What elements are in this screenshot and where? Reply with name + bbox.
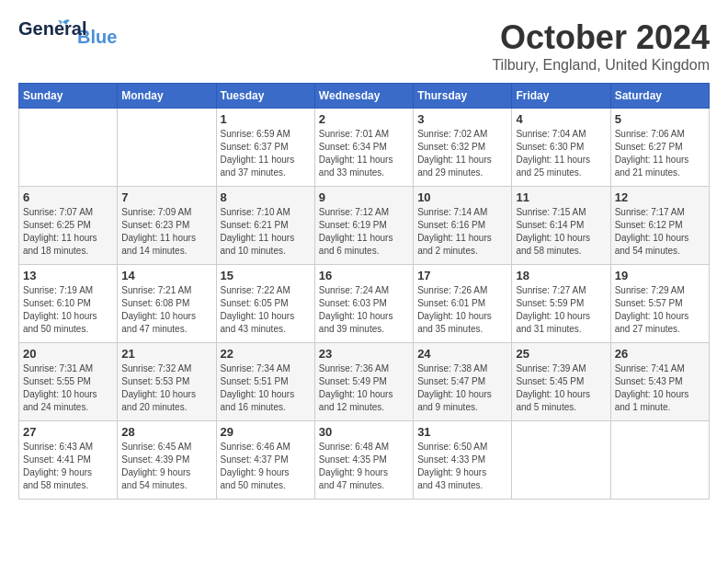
day-number: 26 [615, 347, 705, 361]
cell-info-text: Sunrise: 7:09 AM Sunset: 6:23 PM Dayligh… [121, 206, 211, 258]
weekday-header-tuesday: Tuesday [216, 84, 314, 109]
calendar-cell [118, 109, 216, 187]
cell-info-text: Sunrise: 7:29 AM Sunset: 5:57 PM Dayligh… [615, 284, 705, 336]
calendar-cell: 7Sunrise: 7:09 AM Sunset: 6:23 PM Daylig… [118, 187, 216, 265]
cell-info-text: Sunrise: 7:10 AM Sunset: 6:21 PM Dayligh… [221, 206, 311, 258]
cell-info-text: Sunrise: 7:04 AM Sunset: 6:30 PM Dayligh… [516, 128, 606, 179]
day-number: 16 [319, 269, 409, 282]
cell-info-text: Sunrise: 7:21 AM Sunset: 6:08 PM Dayligh… [121, 284, 211, 336]
cell-info-text: Sunrise: 6:43 AM Sunset: 4:41 PM Dayligh… [23, 441, 113, 492]
logo-bird-icon [53, 17, 72, 35]
calendar-cell: 6Sunrise: 7:07 AM Sunset: 6:25 PM Daylig… [19, 187, 118, 265]
calendar-cell: 14Sunrise: 7:21 AM Sunset: 6:08 PM Dayli… [118, 265, 216, 343]
cell-info-text: Sunrise: 6:48 AM Sunset: 4:35 PM Dayligh… [319, 441, 409, 492]
month-year-title: October 2024 [492, 18, 710, 57]
location-subtitle: Tilbury, England, United Kingdom [492, 57, 710, 74]
calendar-cell: 19Sunrise: 7:29 AM Sunset: 5:57 PM Dayli… [610, 265, 709, 343]
cell-info-text: Sunrise: 6:50 AM Sunset: 4:33 PM Dayligh… [417, 441, 507, 492]
cell-info-text: Sunrise: 7:06 AM Sunset: 6:27 PM Dayligh… [615, 128, 705, 179]
weekday-header-wednesday: Wednesday [314, 84, 413, 109]
calendar-cell: 18Sunrise: 7:27 AM Sunset: 5:59 PM Dayli… [512, 265, 610, 343]
calendar-cell: 20Sunrise: 7:31 AM Sunset: 5:55 PM Dayli… [19, 343, 118, 421]
day-number: 17 [417, 269, 507, 282]
cell-info-text: Sunrise: 6:46 AM Sunset: 4:37 PM Dayligh… [221, 441, 311, 492]
day-number: 1 [221, 112, 311, 126]
day-number: 28 [121, 425, 211, 439]
weekday-header-saturday: Saturday [610, 84, 709, 109]
day-number: 9 [319, 190, 409, 204]
logo: General Blue [18, 18, 117, 55]
cell-info-text: Sunrise: 7:41 AM Sunset: 5:43 PM Dayligh… [615, 362, 705, 414]
calendar-week-row: 6Sunrise: 7:07 AM Sunset: 6:25 PM Daylig… [19, 187, 710, 265]
day-number: 24 [417, 347, 507, 361]
cell-info-text: Sunrise: 7:12 AM Sunset: 6:19 PM Dayligh… [319, 206, 409, 258]
calendar-cell: 5Sunrise: 7:06 AM Sunset: 6:27 PM Daylig… [610, 109, 709, 187]
title-block: October 2024 Tilbury, England, United Ki… [492, 18, 710, 74]
cell-info-text: Sunrise: 7:36 AM Sunset: 5:49 PM Dayligh… [319, 362, 409, 414]
day-number: 15 [221, 269, 311, 282]
cell-info-text: Sunrise: 6:59 AM Sunset: 6:37 PM Dayligh… [221, 128, 311, 179]
day-number: 20 [23, 347, 113, 361]
page-header: General Blue October 2024 Tilbury, Engla… [18, 18, 710, 74]
day-number: 19 [615, 269, 705, 282]
weekday-header-sunday: Sunday [19, 84, 118, 109]
cell-info-text: Sunrise: 7:26 AM Sunset: 6:01 PM Dayligh… [417, 284, 507, 336]
cell-info-text: Sunrise: 7:31 AM Sunset: 5:55 PM Dayligh… [23, 362, 113, 414]
calendar-cell: 1Sunrise: 6:59 AM Sunset: 6:37 PM Daylig… [216, 109, 314, 187]
cell-info-text: Sunrise: 7:38 AM Sunset: 5:47 PM Dayligh… [417, 362, 507, 414]
day-number: 11 [516, 190, 606, 204]
calendar-week-row: 20Sunrise: 7:31 AM Sunset: 5:55 PM Dayli… [19, 343, 710, 421]
day-number: 8 [221, 190, 311, 204]
day-number: 29 [221, 425, 311, 439]
calendar-cell: 22Sunrise: 7:34 AM Sunset: 5:51 PM Dayli… [216, 343, 314, 421]
calendar-cell: 4Sunrise: 7:04 AM Sunset: 6:30 PM Daylig… [512, 109, 610, 187]
calendar-cell: 25Sunrise: 7:39 AM Sunset: 5:45 PM Dayli… [512, 343, 610, 421]
cell-info-text: Sunrise: 7:14 AM Sunset: 6:16 PM Dayligh… [417, 206, 507, 258]
calendar-cell: 28Sunrise: 6:45 AM Sunset: 4:39 PM Dayli… [118, 421, 216, 500]
calendar-cell [610, 421, 709, 500]
calendar-cell: 12Sunrise: 7:17 AM Sunset: 6:12 PM Dayli… [610, 187, 709, 265]
day-number: 23 [319, 347, 409, 361]
day-number: 14 [121, 269, 211, 282]
calendar-cell: 24Sunrise: 7:38 AM Sunset: 5:47 PM Dayli… [414, 343, 512, 421]
calendar-cell [512, 421, 610, 500]
calendar-cell [19, 109, 118, 187]
cell-info-text: Sunrise: 7:17 AM Sunset: 6:12 PM Dayligh… [615, 206, 705, 258]
cell-info-text: Sunrise: 7:07 AM Sunset: 6:25 PM Dayligh… [23, 206, 113, 258]
calendar-week-row: 27Sunrise: 6:43 AM Sunset: 4:41 PM Dayli… [19, 421, 710, 500]
cell-info-text: Sunrise: 7:32 AM Sunset: 5:53 PM Dayligh… [121, 362, 211, 414]
cell-info-text: Sunrise: 7:02 AM Sunset: 6:32 PM Dayligh… [417, 128, 507, 179]
day-number: 21 [121, 347, 211, 361]
cell-info-text: Sunrise: 7:15 AM Sunset: 6:14 PM Dayligh… [516, 206, 606, 258]
cell-info-text: Sunrise: 7:34 AM Sunset: 5:51 PM Dayligh… [221, 362, 311, 414]
day-number: 5 [615, 112, 705, 126]
calendar-table: SundayMondayTuesdayWednesdayThursdayFrid… [18, 83, 710, 500]
calendar-cell: 16Sunrise: 7:24 AM Sunset: 6:03 PM Dayli… [314, 265, 413, 343]
weekday-header-friday: Friday [512, 84, 610, 109]
day-number: 12 [615, 190, 705, 204]
day-number: 27 [23, 425, 113, 439]
cell-info-text: Sunrise: 7:39 AM Sunset: 5:45 PM Dayligh… [516, 362, 606, 414]
calendar-cell: 10Sunrise: 7:14 AM Sunset: 6:16 PM Dayli… [414, 187, 512, 265]
calendar-week-row: 1Sunrise: 6:59 AM Sunset: 6:37 PM Daylig… [19, 109, 710, 187]
cell-info-text: Sunrise: 7:19 AM Sunset: 6:10 PM Dayligh… [23, 284, 113, 336]
day-number: 10 [417, 190, 507, 204]
cell-info-text: Sunrise: 6:45 AM Sunset: 4:39 PM Dayligh… [121, 441, 211, 492]
calendar-cell: 29Sunrise: 6:46 AM Sunset: 4:37 PM Dayli… [216, 421, 314, 500]
cell-info-text: Sunrise: 7:01 AM Sunset: 6:34 PM Dayligh… [319, 128, 409, 179]
calendar-week-row: 13Sunrise: 7:19 AM Sunset: 6:10 PM Dayli… [19, 265, 710, 343]
cell-info-text: Sunrise: 7:27 AM Sunset: 5:59 PM Dayligh… [516, 284, 606, 336]
weekday-header-monday: Monday [118, 84, 216, 109]
calendar-cell: 23Sunrise: 7:36 AM Sunset: 5:49 PM Dayli… [314, 343, 413, 421]
calendar-cell: 8Sunrise: 7:10 AM Sunset: 6:21 PM Daylig… [216, 187, 314, 265]
calendar-header-row: SundayMondayTuesdayWednesdayThursdayFrid… [19, 84, 710, 109]
cell-info-text: Sunrise: 7:24 AM Sunset: 6:03 PM Dayligh… [319, 284, 409, 336]
calendar-cell: 15Sunrise: 7:22 AM Sunset: 6:05 PM Dayli… [216, 265, 314, 343]
weekday-header-thursday: Thursday [414, 84, 512, 109]
calendar-cell: 17Sunrise: 7:26 AM Sunset: 6:01 PM Dayli… [414, 265, 512, 343]
day-number: 30 [319, 425, 409, 439]
cell-info-text: Sunrise: 7:22 AM Sunset: 6:05 PM Dayligh… [221, 284, 311, 336]
calendar-cell: 30Sunrise: 6:48 AM Sunset: 4:35 PM Dayli… [314, 421, 413, 500]
day-number: 31 [417, 425, 507, 439]
day-number: 22 [221, 347, 311, 361]
